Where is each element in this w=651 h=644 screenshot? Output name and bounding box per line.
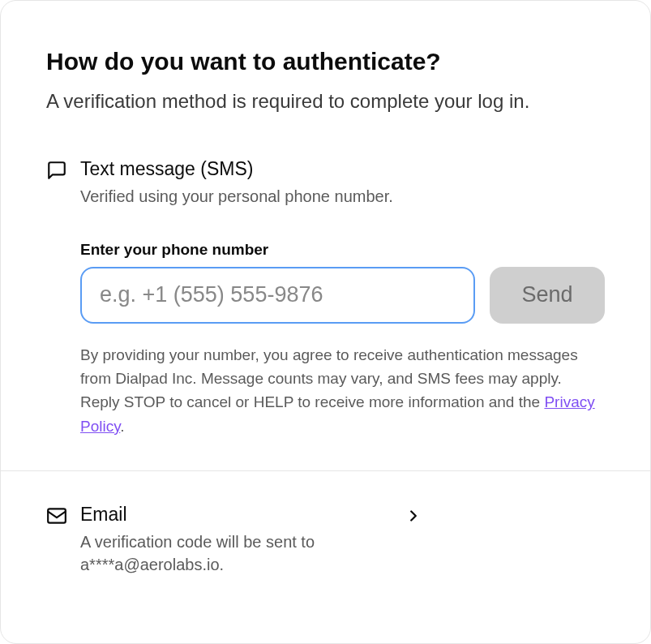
- email-option-title: Email: [80, 504, 405, 526]
- page-subtitle: A verification method is required to com…: [46, 87, 605, 116]
- sms-disclaimer: By providing your number, you agree to r…: [80, 343, 605, 439]
- phone-input[interactable]: [80, 267, 475, 324]
- message-icon: [46, 158, 80, 184]
- email-option[interactable]: Email A verification code will be sent t…: [46, 504, 605, 576]
- send-button[interactable]: Send: [490, 267, 605, 324]
- sms-option-description: Verified using your personal phone numbe…: [80, 185, 605, 208]
- phone-input-label: Enter your phone number: [80, 241, 605, 259]
- auth-method-card: How do you want to authenticate? A verif…: [0, 0, 651, 644]
- chevron-right-icon: [405, 504, 422, 525]
- disclaimer-text-suffix: .: [120, 418, 124, 435]
- divider: [1, 470, 650, 471]
- email-option-description: A verification code will be sent to a***…: [80, 530, 405, 576]
- mail-icon: [46, 504, 80, 530]
- disclaimer-text-prefix: By providing your number, you agree to r…: [80, 346, 578, 411]
- sms-option-title: Text message (SMS): [80, 158, 605, 180]
- svg-rect-0: [48, 509, 66, 523]
- sms-option: Text message (SMS) Verified using your p…: [46, 158, 605, 439]
- page-title: How do you want to authenticate?: [46, 46, 605, 77]
